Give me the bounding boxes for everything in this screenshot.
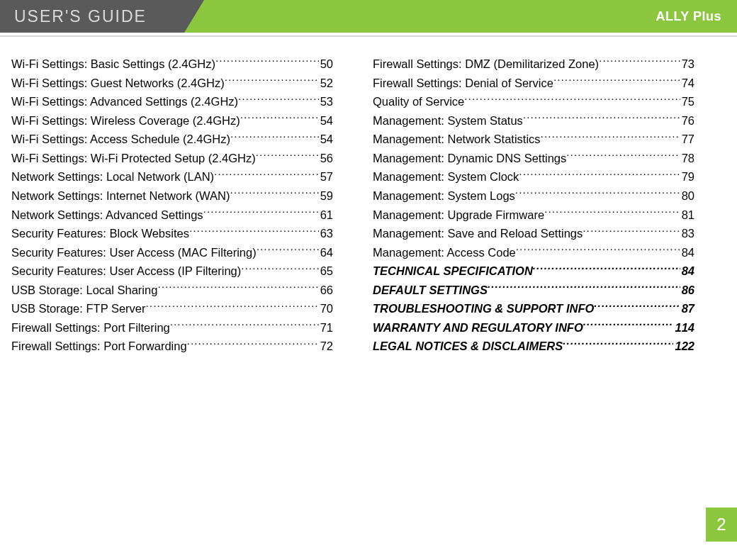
page-number: 2 <box>716 515 726 534</box>
toc-title: Firewall Settings: Port Filtering <box>11 319 170 337</box>
toc-leader-dots <box>519 169 680 181</box>
toc-row: Firewall Settings: Port Filtering71 <box>11 319 333 337</box>
toc-leader-dots <box>488 282 680 294</box>
toc-page-number: 53 <box>319 93 333 111</box>
toc-page-number: 57 <box>319 168 333 186</box>
toc-row: Management: Upgrade Firmware81 <box>373 206 694 225</box>
toc-row: USB Storage: Local Sharing66 <box>11 281 333 300</box>
toc-title: DEFAULT SETTINGS <box>373 281 488 300</box>
toc-row: Management: System Clock79 <box>373 168 694 186</box>
toc-row: Wi-Fi Settings: Wireless Coverage (2.4GH… <box>11 112 333 130</box>
toc-leader-dots <box>157 282 318 294</box>
toc-row: Wi-Fi Settings: Access Schedule (2.4GHz)… <box>11 130 333 149</box>
toc-title: Wi-Fi Settings: Basic Settings (2.4GHz) <box>11 55 215 74</box>
toc-leader-dots <box>146 301 319 313</box>
page-header: USER'S GUIDE ALLY Plus <box>0 0 737 33</box>
toc-column-right: Firewall Settings: DMZ (Demilitarized Zo… <box>373 55 694 357</box>
toc-page-number: 52 <box>319 74 333 93</box>
toc-title: Network Settings: Internet Network (WAN) <box>11 187 230 206</box>
toc-leader-dots <box>566 150 680 162</box>
toc-leader-dots <box>187 339 319 351</box>
toc-page-number: 54 <box>319 130 333 149</box>
toc-title: Wi-Fi Settings: Access Schedule (2.4GHz) <box>11 130 230 149</box>
toc-title: Wi-Fi Settings: Wireless Coverage (2.4GH… <box>11 112 240 130</box>
toc-leader-dots <box>203 207 319 219</box>
toc-row: USB Storage: FTP Server70 <box>11 300 333 318</box>
toc-leader-dots <box>238 94 319 106</box>
toc-page-number: 63 <box>319 225 333 243</box>
toc-row: LEGAL NOTICES & DISCLAIMERS122 <box>373 337 694 356</box>
toc-page-number: 76 <box>680 112 694 130</box>
toc-row: Security Features: User Access (MAC Filt… <box>11 244 333 262</box>
toc-leader-dots <box>230 132 319 144</box>
toc-page-number: 70 <box>319 300 333 318</box>
toc-row: Management: System Logs80 <box>373 187 694 206</box>
toc-row: Network Settings: Local Network (LAN)57 <box>11 168 333 186</box>
toc-page-number: 54 <box>319 112 333 130</box>
toc-leader-dots <box>594 301 680 313</box>
toc-page-number: 79 <box>680 168 694 186</box>
header-title: USER'S GUIDE <box>14 0 147 33</box>
toc-title: TROUBLESHOOTING & SUPPORT INFO <box>373 300 594 318</box>
toc-title: Firewall Settings: Port Forwarding <box>11 337 187 356</box>
toc-leader-dots <box>515 188 680 200</box>
header-product-name: ALLY Plus <box>656 0 721 33</box>
toc-page-number: 71 <box>319 319 333 337</box>
toc-leader-dots <box>541 132 680 144</box>
toc-leader-dots <box>230 188 318 200</box>
toc-page-number: 80 <box>680 187 694 206</box>
toc-page-number: 64 <box>319 244 333 262</box>
toc-leader-dots <box>464 94 680 106</box>
toc-row: Quality of Service75 <box>373 93 694 111</box>
toc-page-number: 81 <box>680 206 694 225</box>
toc-page-number: 84 <box>680 262 694 281</box>
toc-row: Firewall Settings: Port Forwarding72 <box>11 337 333 356</box>
toc-row: DEFAULT SETTINGS86 <box>373 281 694 300</box>
toc-page-number: 84 <box>680 244 694 262</box>
toc-title: Network Settings: Local Network (LAN) <box>11 168 214 186</box>
toc-title: Security Features: Block Websites <box>11 225 189 243</box>
toc-title: USB Storage: FTP Server <box>11 300 146 318</box>
toc-leader-dots <box>256 150 319 162</box>
toc-row: Security Features: User Access (IP Filte… <box>11 262 333 281</box>
toc-page-number: 83 <box>680 225 694 243</box>
toc-page-number: 65 <box>319 262 333 281</box>
toc-leader-dots <box>563 339 673 351</box>
toc-page-number: 61 <box>319 206 333 225</box>
toc-title: Management: Access Code <box>373 244 516 262</box>
toc-title: Management: Network Statistics <box>373 130 541 149</box>
toc-row: Wi-Fi Settings: Basic Settings (2.4GHz)5… <box>11 55 333 74</box>
toc-leader-dots <box>583 226 680 238</box>
toc-row: Network Settings: Internet Network (WAN)… <box>11 187 333 206</box>
toc-title: Network Settings: Advanced Settings <box>11 206 203 225</box>
toc-leader-dots <box>544 207 680 219</box>
toc-leader-dots <box>583 320 674 332</box>
toc-row: Management: Network Statistics77 <box>373 130 694 149</box>
toc-title: WARRANTY AND REGULATORY INFO <box>373 319 583 337</box>
toc-title: Wi-Fi Settings: Advanced Settings (2.4GH… <box>11 93 238 111</box>
toc-row: Firewall Settings: Denial of Service74 <box>373 74 694 93</box>
toc-row: Management: Access Code84 <box>373 244 694 262</box>
toc-row: Wi-Fi Settings: Wi-Fi Protected Setup (2… <box>11 150 333 168</box>
toc-page-number: 66 <box>319 281 333 300</box>
toc-row: Security Features: Block Websites63 <box>11 225 333 243</box>
toc-leader-dots <box>170 320 319 332</box>
toc-page-number: 56 <box>319 150 333 168</box>
toc-title: TECHNICAL SPECIFICATION <box>373 262 533 281</box>
toc-title: LEGAL NOTICES & DISCLAIMERS <box>373 337 563 356</box>
toc-title: Firewall Settings: Denial of Service <box>373 74 553 93</box>
toc-title: Management: Save and Reload Settings <box>373 225 583 243</box>
toc-row: Wi-Fi Settings: Advanced Settings (2.4GH… <box>11 93 333 111</box>
toc-leader-dots <box>523 113 680 125</box>
toc-content: Wi-Fi Settings: Basic Settings (2.4GHz)5… <box>11 55 694 357</box>
toc-title: USB Storage: Local Sharing <box>11 281 157 300</box>
toc-title: Firewall Settings: DMZ (Demilitarized Zo… <box>373 55 599 74</box>
toc-leader-dots <box>533 264 680 276</box>
toc-page-number: 59 <box>319 187 333 206</box>
toc-leader-dots <box>241 264 318 276</box>
toc-page-number: 87 <box>680 300 694 318</box>
toc-page-number: 122 <box>673 337 694 356</box>
toc-leader-dots <box>189 226 319 238</box>
toc-row: TECHNICAL SPECIFICATION84 <box>373 262 694 281</box>
page-root: USER'S GUIDE ALLY Plus Wi-Fi Settings: B… <box>0 0 737 560</box>
